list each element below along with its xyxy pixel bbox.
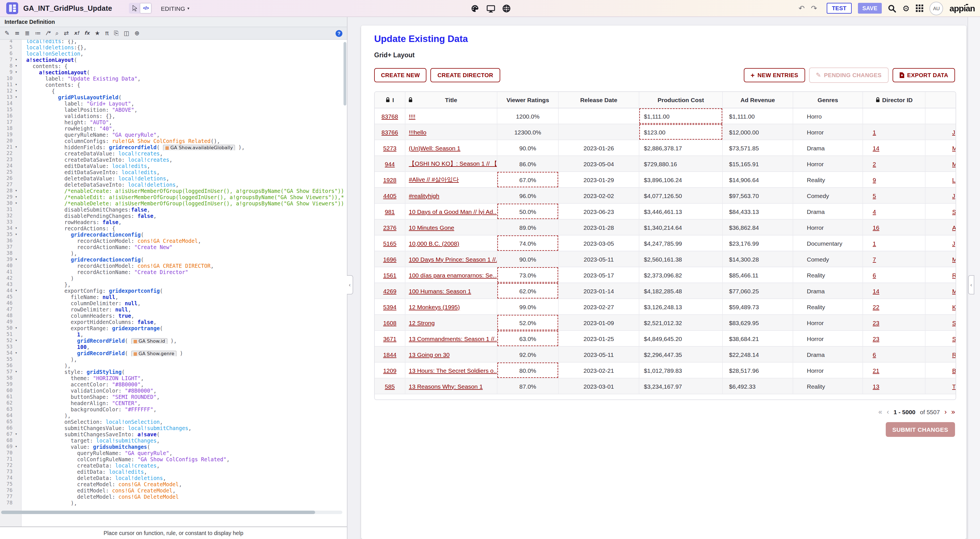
grid-row[interactable]: 4269100 Humans: Season 162.0%2023-01-14$… [375, 282, 956, 298]
director-link[interactable]: T [952, 383, 956, 390]
code-line[interactable]: 56 ), [0, 363, 347, 369]
column-header-genre[interactable]: Genres [793, 92, 863, 108]
code-line[interactable]: 13▾ gridPlusLayoutField( [0, 94, 347, 100]
code-line[interactable]: 17 height: "AUTO", [0, 119, 347, 125]
code-line[interactable]: 27 deleteDataSaveInto: local!deletions, [0, 182, 347, 188]
code-line[interactable]: 41 recordActionName: "Create Director" [0, 269, 347, 275]
grid-row[interactable]: 120913 Hours: The Secret Soldiers o...80… [375, 362, 956, 378]
record-field-pill[interactable]: ▦GA Show.availableGlobally [163, 145, 235, 151]
director_id-link[interactable]: 23 [873, 319, 879, 326]
settings-gear-icon[interactable]: ⚙ [902, 4, 910, 13]
export-data-button[interactable]: EXPORT DATA [892, 68, 955, 82]
submit-changes-button[interactable]: SUBMIT CHANGES [886, 422, 955, 437]
code-line[interactable]: 49 exportHiddenColumns: false, [0, 319, 347, 325]
director_id-link[interactable]: 14 [873, 287, 879, 294]
grid-row[interactable]: 5273(Un)Well: Season 190.0%2023-01-26$2,… [375, 140, 956, 155]
title-link[interactable]: #realityhigh [409, 192, 439, 199]
code-line[interactable]: 54▾ gridRecordField( ▦GA Show.genre ) [0, 350, 347, 356]
fold-caret-icon[interactable]: ▾ [13, 82, 20, 88]
editor-vertical-scrollbar[interactable] [344, 42, 346, 106]
director_id-link[interactable]: 1 [873, 240, 876, 247]
code-line[interactable]: 28▾ /*enableCreate: a!isUserMemberOfGrou… [0, 188, 347, 194]
id-link[interactable]: 4405 [383, 192, 396, 199]
code-line[interactable]: 51 1, [0, 331, 347, 338]
code-line[interactable]: 33 rowHeaders: false, [0, 219, 347, 225]
id-link[interactable]: 5165 [383, 240, 396, 247]
title-link[interactable]: 10 Days of a Good Man // İyi Ad... [409, 208, 497, 215]
code-line[interactable]: 76 editModel: cons!GA_CreateModel, [0, 487, 347, 494]
code-line[interactable]: 29▾ /*enableEdit: a!isUserMemberOfGroup(… [0, 194, 347, 200]
code-line[interactable]: 53 100, [0, 344, 347, 350]
code-line[interactable]: 67▾ submitChangesSaveInto: a!save( [0, 431, 347, 438]
cell-viewer_rating[interactable]: 74.0% [497, 235, 559, 251]
title-link[interactable]: !!!! [409, 113, 415, 119]
fold-caret-icon[interactable]: ▾ [13, 257, 20, 263]
fold-caret-icon[interactable]: ▾ [13, 57, 20, 63]
grid-row[interactable]: 160812 Strong52.0%2023-01-09$2,521,012.3… [375, 314, 956, 330]
director_id-link[interactable]: 21 [873, 367, 879, 374]
code-line[interactable]: 20 columnConfigs: rule!GA_Show_ColConfig… [0, 138, 347, 144]
id-link[interactable]: 83766 [382, 128, 398, 135]
fold-caret-icon[interactable]: ▾ [13, 444, 20, 450]
redo-button[interactable]: ↷ [811, 5, 817, 12]
app-grid-icon[interactable] [916, 5, 923, 12]
title-link[interactable]: 100 Days My Prince: Season 1 //... [409, 255, 497, 262]
title-link[interactable]: !!!hello [409, 128, 426, 135]
code-line[interactable]: 24 editDataValue: local!edits, [0, 163, 347, 169]
grid-row[interactable]: 516510,000 B.C. (2008)74.0%2023-03-05$4,… [375, 235, 956, 251]
fold-caret-icon[interactable]: ▾ [13, 63, 20, 69]
swap-icon[interactable]: ⇄ [64, 30, 69, 36]
code-line[interactable]: 46 columnDelimiter: null, [0, 300, 347, 306]
search-icon[interactable]: ⌕ [56, 30, 59, 36]
id-link[interactable]: 3671 [383, 335, 396, 342]
code-line[interactable]: 34▾ recordActions: { [0, 225, 347, 231]
code-line[interactable]: 9▾ a!sectionLayout( [0, 69, 347, 76]
code-line[interactable]: 45 fileName: null, [0, 294, 347, 300]
code-line[interactable]: 73 editData: local!edits, [0, 469, 347, 475]
fold-caret-icon[interactable]: ▾ [13, 350, 20, 356]
code-line[interactable]: 7▾ a!sectionLayout( [0, 57, 347, 63]
fold-caret-icon[interactable]: ▾ [13, 225, 20, 231]
cell-viewer_rating[interactable]: 80.0% [497, 363, 559, 378]
code-line[interactable]: 42 ) [0, 275, 347, 281]
column-header-director_id[interactable]: Director ID [863, 92, 926, 108]
id-link[interactable]: 2376 [383, 224, 396, 231]
id-link[interactable]: 1928 [383, 176, 396, 183]
cell-production_cost[interactable]: $1,111.00 [640, 108, 723, 124]
director_id-link[interactable]: 6 [873, 351, 876, 358]
code-line[interactable]: 65 onSelection: local!onSelection, [0, 419, 347, 425]
editor-horizontal-scrollbar[interactable] [1, 510, 342, 514]
grid-row[interactable]: 237610 Minutes Gone89.0%2023-01-28$1,340… [375, 219, 956, 235]
save-button[interactable]: SAVE [858, 3, 882, 14]
code-line[interactable]: 60 validationColor: "#8B0000", [0, 387, 347, 394]
new-entries-button[interactable]: + NEW ENTRIES [744, 68, 805, 82]
record-field-pill[interactable]: ▦GA Show.id [131, 338, 167, 344]
code-line[interactable]: 8▾ contents: { [0, 63, 347, 69]
avatar[interactable]: AU [930, 2, 943, 15]
title-link[interactable]: 100 Humans: Season 1 [409, 287, 471, 294]
expand-preview-handle[interactable]: ‹ [968, 275, 974, 295]
cell-production_cost[interactable]: $123.00 [640, 124, 723, 140]
grid-row[interactable]: 83766!!!hello12300.0%$123.00$12,000.00Ho… [375, 124, 956, 140]
code-line[interactable]: 15 labelPosition: "ABOVE", [0, 107, 347, 113]
cell-viewer_rating[interactable]: 62.0% [497, 283, 559, 298]
first-page-icon[interactable]: « [878, 408, 882, 416]
director_id-link[interactable]: 14 [873, 144, 879, 151]
code-line[interactable]: 62 headerAlign: "CENTER", [0, 400, 347, 406]
title-link[interactable]: 13 Hours: The Secret Soldiers o... [409, 367, 497, 374]
code-line[interactable]: 11▾ contents: { [0, 82, 347, 88]
expression-code-editor[interactable]: 4 local!edits: {},5 local!deletions:{},6… [0, 40, 347, 526]
director-link[interactable]: S [952, 335, 956, 342]
code-line[interactable]: 58 theme: "HORIZON_LIGHT", [0, 375, 347, 381]
director_id-link[interactable]: 13 [873, 383, 879, 390]
code-line[interactable]: 6 local!onSelection, [0, 51, 347, 57]
director-link[interactable]: S [952, 208, 956, 215]
fold-caret-icon[interactable]: ▾ [13, 88, 20, 94]
grid-row[interactable]: 539412 Monkeys (1995)99.0%2023-02-27$3,1… [375, 298, 956, 314]
code-line[interactable]: 78 ), [0, 500, 347, 506]
editing-mode-dropdown[interactable]: EDITING ▾ [161, 5, 189, 12]
create-director-button[interactable]: CREATE DIRECTOR [431, 68, 500, 82]
code-line[interactable]: 14 label: "Grid+ Layout", [0, 100, 347, 107]
create-new-button[interactable]: CREATE NEW [374, 68, 427, 82]
cell-viewer_rating[interactable]: 50.0% [497, 204, 559, 219]
